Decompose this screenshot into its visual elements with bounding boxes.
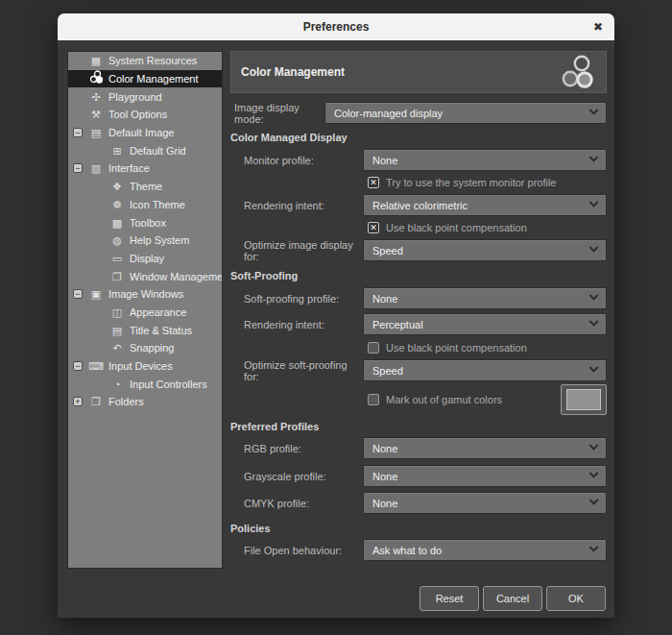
checkbox-label[interactable]: Try to use the system monitor profile bbox=[386, 177, 557, 188]
expander-plus-icon[interactable]: + bbox=[73, 397, 83, 406]
rgb-profile-select[interactable]: None bbox=[363, 437, 607, 459]
chevron-down-icon bbox=[589, 198, 599, 208]
sidebar-item-window-management[interactable]: ❐ Window Management bbox=[68, 267, 222, 285]
input-controllers-icon: ◔ bbox=[109, 377, 125, 392]
sidebar-item-toolbox[interactable]: ▩ Toolbox bbox=[68, 213, 222, 232]
sidebar-item-label: Folders bbox=[108, 396, 144, 407]
sidebar-item-snapping[interactable]: ↶ Snapping bbox=[68, 339, 222, 357]
expander-minus-icon[interactable]: − bbox=[73, 128, 83, 137]
chevron-down-icon bbox=[589, 317, 599, 327]
sidebar-item-input-controllers[interactable]: ◔ Input Controllers bbox=[68, 375, 222, 393]
sidebar-item-appearance[interactable]: ◫ Appearance bbox=[68, 304, 222, 322]
sidebar-item-theme[interactable]: ❖ Theme bbox=[68, 178, 222, 196]
cmyk-profile-select[interactable]: None bbox=[363, 492, 607, 514]
sidebar-item-label: Snapping bbox=[130, 342, 175, 354]
checkbox-unchecked[interactable] bbox=[368, 394, 379, 405]
file-open-behaviour-label: File Open behaviour: bbox=[230, 545, 363, 556]
sidebar-item-label: Color Management bbox=[108, 73, 199, 85]
monitor-profile-row: Monitor profile: None bbox=[230, 149, 607, 171]
cancel-button[interactable]: Cancel bbox=[483, 586, 542, 611]
sidebar-item-color-management[interactable]: Color Management bbox=[68, 70, 222, 88]
chevron-down-icon bbox=[589, 441, 599, 451]
snapping-icon: ↶ bbox=[109, 340, 125, 355]
checkbox-label[interactable]: Use black point compensation bbox=[386, 342, 527, 354]
file-open-behaviour-select[interactable]: Ask what to do bbox=[363, 539, 607, 561]
reset-button[interactable]: Reset bbox=[420, 586, 479, 611]
checkbox-label[interactable]: Use black point compensation bbox=[386, 222, 527, 233]
sidebar-item-label: System Resources bbox=[108, 55, 197, 66]
grayscale-profile-select[interactable]: None bbox=[363, 465, 607, 487]
sidebar-item-interface[interactable]: − ▥ Interface bbox=[68, 159, 222, 178]
interface-icon: ▥ bbox=[88, 160, 104, 176]
soft-proofing-profile-row: Soft-proofing profile: None bbox=[230, 287, 607, 309]
preferences-tree: ▦ System Resources Color Management ✣ Pl… bbox=[67, 51, 223, 569]
sidebar-item-label: Theme bbox=[130, 181, 162, 192]
optimize-soft-proofing-label: Optimize soft-proofing for: bbox=[230, 359, 363, 382]
image-window-icon: ▣ bbox=[88, 286, 104, 302]
page-title: Color Management bbox=[241, 65, 345, 79]
proof-rendering-intent-row: Rendering intent: Perceptual bbox=[230, 313, 607, 335]
monitor-profile-select[interactable]: None bbox=[363, 149, 607, 171]
chevron-down-icon bbox=[589, 291, 599, 301]
sidebar-item-label: Appearance bbox=[130, 306, 186, 318]
windows-icon: ❐ bbox=[109, 269, 125, 284]
expander-minus-icon[interactable]: − bbox=[73, 163, 83, 173]
gamut-color-button[interactable] bbox=[561, 384, 607, 415]
sidebar-item-label: Input Controllers bbox=[130, 379, 207, 390]
rgb-profile-row: RGB profile: None bbox=[230, 437, 607, 459]
rendering-intent-label: Rendering intent: bbox=[230, 200, 363, 211]
sidebar-item-label: Tool Options bbox=[108, 109, 167, 120]
sidebar-item-icon-theme[interactable]: ❁ Icon Theme bbox=[68, 196, 222, 214]
color-management-icon bbox=[560, 54, 596, 90]
chevron-down-icon bbox=[589, 153, 599, 162]
sidebar-item-folders[interactable]: + ❒ Folders bbox=[68, 393, 222, 411]
input-devices-icon: ⌨ bbox=[88, 358, 104, 374]
sidebar-item-system-resources[interactable]: ▦ System Resources bbox=[68, 52, 222, 70]
proof-rendering-intent-select[interactable]: Perceptual bbox=[363, 313, 607, 335]
icon-theme-icon: ❁ bbox=[109, 197, 125, 212]
file-open-behaviour-row: File Open behaviour: Ask what to do bbox=[230, 539, 607, 561]
optimize-soft-proofing-select[interactable]: Speed bbox=[363, 359, 607, 381]
expander-minus-icon[interactable]: − bbox=[73, 361, 83, 371]
checkbox-checked[interactable]: ✕ bbox=[368, 177, 379, 188]
section-preferred-profiles: Preferred Profiles bbox=[230, 421, 607, 434]
chevron-down-icon bbox=[589, 363, 599, 373]
ok-button[interactable]: OK bbox=[546, 586, 606, 611]
selected-value: None bbox=[372, 471, 397, 482]
lifebuoy-icon: ◍ bbox=[109, 232, 125, 248]
sidebar-item-input-devices[interactable]: − ⌨ Input Devices bbox=[68, 357, 222, 376]
sidebar-item-image-windows[interactable]: − ▣ Image Windows bbox=[68, 285, 222, 304]
checkbox-checked[interactable]: ✕ bbox=[368, 222, 379, 233]
sidebar-item-title-status[interactable]: ▤ Title & Status bbox=[68, 321, 222, 339]
preferences-dialog: Preferences ✖ ▦ System Resources Color M… bbox=[58, 13, 614, 618]
sidebar-item-label: Input Devices bbox=[108, 360, 173, 372]
sidebar-item-label: Display bbox=[130, 253, 164, 264]
toolbox-icon: ▩ bbox=[109, 215, 125, 231]
sidebar-item-display[interactable]: ▭ Display bbox=[68, 250, 222, 268]
optimize-image-display-row: Optimize image display for: Speed bbox=[230, 239, 607, 261]
sidebar-item-help-system[interactable]: ◍ Help System bbox=[68, 232, 222, 250]
titlebar[interactable]: Preferences ✖ bbox=[58, 13, 614, 40]
dialog-buttons: Reset Cancel OK bbox=[420, 586, 606, 611]
chip-icon: ▦ bbox=[88, 53, 104, 68]
display-rendering-intent-select[interactable]: Relative colorimetric bbox=[363, 194, 607, 216]
selected-value: None bbox=[372, 293, 397, 305]
monitor-profile-label: Monitor profile: bbox=[230, 155, 363, 166]
tools-icon: ⚒ bbox=[88, 107, 104, 122]
optimize-image-display-select[interactable]: Speed bbox=[363, 239, 607, 261]
sidebar-item-default-image[interactable]: − ▤ Default Image bbox=[68, 124, 222, 142]
sidebar-item-default-grid[interactable]: ⊞ Default Grid bbox=[68, 141, 222, 159]
optimize-soft-proofing-row: Optimize soft-proofing for: Speed bbox=[230, 359, 607, 381]
sidebar-item-tool-options[interactable]: ⚒ Tool Options bbox=[68, 106, 222, 124]
expander-minus-icon[interactable]: − bbox=[73, 289, 83, 299]
selected-value: None bbox=[372, 498, 397, 509]
sidebar-item-playground[interactable]: ✣ Playground bbox=[68, 87, 222, 106]
soft-proofing-profile-select[interactable]: None bbox=[363, 287, 607, 309]
checkbox-unchecked[interactable] bbox=[368, 342, 379, 354]
title-status-icon: ▤ bbox=[109, 323, 125, 338]
close-icon[interactable]: ✖ bbox=[593, 13, 603, 40]
checkbox-label[interactable]: Mark out of gamut colors bbox=[386, 394, 502, 405]
sidebar-item-label: Default Image bbox=[108, 127, 174, 138]
selected-value: Speed bbox=[372, 365, 403, 377]
image-display-mode-select[interactable]: Color-managed display bbox=[324, 102, 607, 124]
